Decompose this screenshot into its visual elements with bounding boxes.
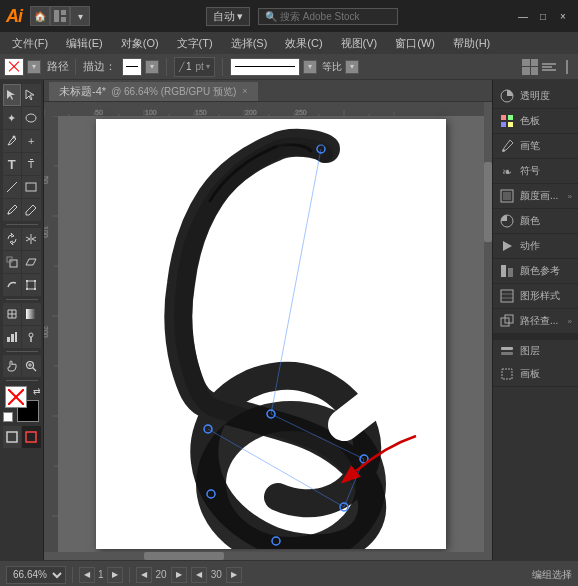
stroke-preview-box[interactable] xyxy=(122,58,142,76)
menu-help[interactable]: 帮助(H) xyxy=(445,34,498,53)
fullscreen-mode[interactable] xyxy=(22,426,41,448)
reset-colors-icon[interactable] xyxy=(3,412,13,422)
menu-view[interactable]: 视图(V) xyxy=(333,34,386,53)
weight-input-group[interactable]: ╱ 1 pt ▾ xyxy=(174,57,215,77)
free-transform-tool[interactable] xyxy=(22,274,41,296)
canvas-viewport[interactable] xyxy=(58,116,484,552)
pencil-tool[interactable] xyxy=(22,199,41,221)
foreground-color-box[interactable] xyxy=(5,386,27,408)
stroke-label: 描边： xyxy=(80,59,119,74)
svg-text:100: 100 xyxy=(44,226,49,238)
artwork xyxy=(96,119,446,549)
line-style-preview[interactable] xyxy=(230,58,300,76)
tool-divider3 xyxy=(6,351,38,352)
minimize-button[interactable]: — xyxy=(514,7,532,25)
paintbrush-tool[interactable] xyxy=(3,199,22,221)
titlebar: Ai 🏠 ▾ 自动 ▾ 🔍 — □ × xyxy=(0,0,578,32)
direct-selection-tool[interactable] xyxy=(22,84,41,106)
document-tab[interactable]: 未标题-4* @ 66.64% (RGB/GPU 预览) × xyxy=(48,81,259,101)
search-input[interactable] xyxy=(280,11,391,22)
svg-text:❧: ❧ xyxy=(502,165,512,178)
stroke-arrow-down[interactable]: ▾ xyxy=(27,60,41,74)
panel-graphic-styles2[interactable]: 图形样式 xyxy=(493,284,578,309)
rotate-tool[interactable] xyxy=(3,228,22,250)
arrange-icon[interactable] xyxy=(522,59,538,75)
menu-edit[interactable]: 编辑(E) xyxy=(58,34,111,53)
reflect-tool[interactable] xyxy=(22,228,41,250)
auto-dropdown[interactable]: 自动 ▾ xyxy=(206,7,250,26)
swap-colors-icon[interactable]: ⇄ xyxy=(33,386,41,396)
line-style-dropdown[interactable]: ▾ xyxy=(303,60,317,74)
add-anchor-tool[interactable]: + xyxy=(22,130,41,152)
hand-tool[interactable] xyxy=(3,355,22,377)
expand-icon: » xyxy=(568,192,572,201)
panel-graphic-styles[interactable]: 颜度画... » xyxy=(493,184,578,209)
svg-point-4 xyxy=(12,136,15,139)
menu-select[interactable]: 选择(S) xyxy=(223,34,276,53)
chart-tool[interactable] xyxy=(3,326,22,348)
prev-page-button[interactable]: ◀ xyxy=(79,567,95,583)
layout-chevron-icon[interactable]: ▾ xyxy=(70,6,90,26)
menu-type[interactable]: 文字(T) xyxy=(169,34,221,53)
status-right-label: 编组选择 xyxy=(532,568,572,582)
type-tool[interactable]: T xyxy=(3,153,22,175)
magic-wand-tool[interactable]: ✦ xyxy=(3,107,22,129)
menu-window[interactable]: 窗口(W) xyxy=(387,34,443,53)
normal-mode[interactable] xyxy=(3,426,22,448)
line-segment-tool[interactable] xyxy=(3,176,22,198)
document-page xyxy=(96,119,446,549)
coord-down[interactable]: ▶ xyxy=(226,567,242,583)
vertical-type-tool[interactable]: T̄ xyxy=(22,153,41,175)
coord-right[interactable]: ▶ xyxy=(171,567,187,583)
window-layout-icon[interactable] xyxy=(50,6,70,26)
panel-transparency[interactable]: 透明度 xyxy=(493,84,578,109)
graphic-styles2-label: 图形样式 xyxy=(520,289,560,303)
gradient-tool[interactable] xyxy=(22,303,41,325)
menu-file[interactable]: 文件(F) xyxy=(4,34,56,53)
coord-left[interactable]: ◀ xyxy=(136,567,152,583)
menu-effect[interactable]: 效果(C) xyxy=(277,34,330,53)
close-button[interactable]: × xyxy=(554,7,572,25)
stock-search[interactable]: 🔍 xyxy=(258,8,398,25)
weight-dropdown-icon[interactable]: ▾ xyxy=(206,62,210,71)
pen-tool[interactable] xyxy=(3,130,22,152)
stroke-type-dropdown[interactable]: ▾ xyxy=(145,60,159,74)
panel-artboards[interactable]: 画板 xyxy=(493,362,578,387)
rectangle-tool[interactable] xyxy=(22,176,41,198)
next-page-button[interactable]: ▶ xyxy=(107,567,123,583)
menu-object[interactable]: 对象(O) xyxy=(113,34,167,53)
panel-pathfinder[interactable]: 路径查... » xyxy=(493,309,578,334)
distribute-icon[interactable] xyxy=(560,59,574,75)
selection-tool[interactable] xyxy=(3,84,22,106)
svg-text:150: 150 xyxy=(195,109,207,116)
main-area: ✦ + T T̄ xyxy=(0,80,578,560)
shear-tool[interactable] xyxy=(22,251,41,273)
zoom-tool[interactable] xyxy=(22,355,41,377)
scale-tool[interactable] xyxy=(3,251,22,273)
ratio-label: 等比 xyxy=(322,60,342,74)
vertical-scrollbar[interactable] xyxy=(484,102,492,560)
panel-layers-section[interactable]: 图层 xyxy=(493,340,578,362)
panel-swatches[interactable]: 色板 xyxy=(493,109,578,134)
maximize-button[interactable]: □ xyxy=(534,7,552,25)
coord-up[interactable]: ◀ xyxy=(191,567,207,583)
brush-tools xyxy=(3,199,41,221)
panel-brushes[interactable]: 画笔 xyxy=(493,134,578,159)
stroke-color-box[interactable] xyxy=(4,58,24,76)
svg-rect-1 xyxy=(61,10,66,15)
horizontal-scrollbar[interactable] xyxy=(44,552,484,560)
ratio-dropdown[interactable]: ▾ xyxy=(345,60,359,74)
panel-color-guide[interactable]: 颜色参考 xyxy=(493,259,578,284)
lasso-tool[interactable] xyxy=(22,107,41,129)
panel-actions[interactable]: 动作 xyxy=(493,234,578,259)
mesh-tool[interactable] xyxy=(3,303,22,325)
warp-tool[interactable] xyxy=(3,274,22,296)
home-icon[interactable]: 🏠 xyxy=(30,6,50,26)
zoom-select[interactable]: 66.64% 50% 100% xyxy=(6,566,66,584)
panel-symbols[interactable]: ❧ 符号 xyxy=(493,159,578,184)
panel-color[interactable]: 颜色 xyxy=(493,209,578,234)
svg-rect-85 xyxy=(503,192,511,200)
symbol-sprayer-tool[interactable] xyxy=(22,326,41,348)
close-tab-button[interactable]: × xyxy=(242,86,247,96)
align-icon[interactable] xyxy=(542,59,556,75)
